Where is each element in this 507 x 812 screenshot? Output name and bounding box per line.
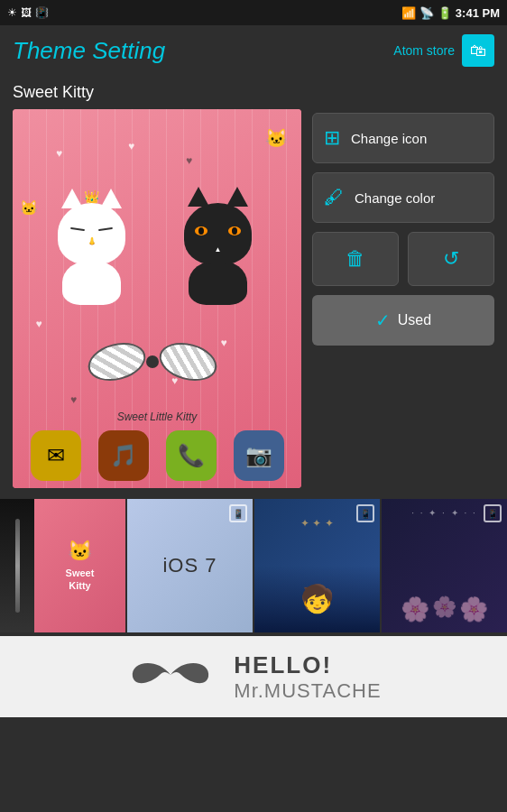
thumbnails-row: 🐱 SweetKitty 📱 iOS 7 📱 🧒 ✦ ✦ ✦ 📱 · · ✦ ·… (0, 499, 507, 632)
black-cat-eye-left (195, 226, 207, 235)
signal-icon: 📡 (419, 6, 434, 20)
heart-decoration: ♥ (70, 393, 77, 406)
preview-image: ♥ ♥ ♥ ♥ ♥ ♥ ♥ ♥ ♥ 🐱 🐱 👑 (13, 109, 301, 488)
heart-decoration: ♥ (56, 147, 62, 160)
white-cat-head: 👃 (58, 203, 125, 264)
app-icons-row: ✉ 🎵 📞 📷 (13, 430, 301, 481)
heart-decoration: ♥ (128, 140, 134, 152)
thumbnail-3[interactable]: 📱 🧒 ✦ ✦ ✦ (254, 499, 380, 632)
thumb4-tree2: 🌸 (432, 595, 456, 623)
app-title: Theme Setting (13, 37, 165, 65)
grid-icon: ⊞ (324, 126, 340, 150)
mail-app-icon: ✉ (31, 430, 81, 481)
refresh-button[interactable]: ↺ (408, 232, 494, 286)
status-right: 📶 📡 🔋 3:41 PM (401, 6, 500, 20)
thumb3-stars: ✦ ✦ ✦ (300, 517, 334, 530)
black-cat: ▲ (175, 190, 261, 305)
vibrate-icon: 📳 (35, 6, 49, 19)
thumb3-phone-overlay: 📱 (356, 504, 374, 522)
change-icon-button[interactable]: ⊞ Change icon (312, 113, 494, 163)
thumb1-dark-strip (0, 499, 34, 632)
thumb1-kitty-bg: 🐱 SweetKitty (34, 499, 125, 632)
right-panel: ⊞ Change icon 🖋 Change color 🗑 ↺ ✓ Used (312, 109, 494, 488)
thumb4-trees: 🌸 🌸 🌸 (382, 595, 507, 623)
wifi-icon: 📶 (401, 6, 416, 20)
white-cat-eye-right (98, 227, 113, 231)
eyedropper-icon: 🖋 (324, 186, 344, 209)
white-cat-nose: 👃 (88, 237, 97, 245)
thumb4-stars: · · ✦ · ✦ · · (382, 508, 507, 518)
white-cat-body (62, 260, 121, 305)
black-cat-ear-right (226, 187, 248, 207)
used-button[interactable]: ✓ Used (312, 295, 494, 346)
header: Theme Setting Atom store 🛍 (0, 25, 507, 76)
thumbnail-4[interactable]: 📱 · · ✦ · ✦ · · 🌸 🌸 🌸 (382, 499, 507, 632)
status-bar: ☀ 🖼 📳 📶 📡 🔋 3:41 PM (0, 0, 507, 25)
thumb4-tree3: 🌸 (459, 595, 488, 623)
black-cat-nose: ▲ (215, 245, 222, 254)
change-icon-label: Change icon (351, 131, 427, 146)
cats-illustration: 👑 👃 (40, 181, 265, 380)
battery-icon: 🔋 (438, 6, 452, 20)
clock: 3:41 PM (456, 6, 500, 20)
bow-center (146, 355, 159, 368)
bow-right (155, 337, 221, 386)
theme-subtitle-text: Sweet Little Kitty (117, 411, 198, 423)
change-color-label: Change color (355, 190, 435, 206)
sun-icon: ☀ (7, 6, 17, 19)
white-cat: 👑 👃 (49, 190, 134, 305)
thumb2-ios-label: iOS 7 (162, 554, 217, 577)
shopping-bag-icon: 🛍 (470, 42, 486, 60)
ad-name-text: Mr.MUSTACHE (234, 679, 381, 703)
heart-decoration: ♥ (186, 154, 192, 167)
store-icon[interactable]: 🛍 (462, 34, 494, 67)
small-cat-icon: 🐱 (265, 127, 288, 149)
theme-name-label: Sweet Kitty (0, 76, 507, 109)
thumbnail-2[interactable]: 📱 iOS 7 (127, 499, 253, 632)
bow-decoration (88, 344, 217, 380)
black-cat-ear-left (188, 187, 209, 207)
mustache-icon (125, 648, 216, 706)
mustache-path (133, 663, 208, 683)
theme-preview: ♥ ♥ ♥ ♥ ♥ ♥ ♥ ♥ ♥ 🐱 🐱 👑 (13, 109, 301, 488)
thumb4-tree1: 🌸 (401, 595, 429, 623)
phone-app-icon: 📞 (166, 430, 217, 481)
white-cat-ear-left (61, 189, 83, 208)
action-row: 🗑 ↺ (312, 232, 494, 286)
ad-hello-text: HELLO! (234, 651, 381, 679)
mustache-svg (125, 648, 216, 697)
status-left-icons: ☀ 🖼 📳 (7, 6, 49, 19)
thumb1-bar (15, 519, 20, 613)
ad-text: HELLO! Mr.MUSTACHE (234, 651, 381, 703)
black-cat-head: ▲ (184, 203, 252, 264)
ad-banner: HELLO! Mr.MUSTACHE (0, 636, 507, 717)
change-color-button[interactable]: 🖋 Change color (312, 172, 494, 223)
small-cat-left-icon: 🐱 (20, 199, 38, 217)
thumb3-figure-icon: 🧒 (300, 583, 334, 614)
delete-button[interactable]: 🗑 (312, 232, 399, 286)
thumbnail-1[interactable]: 🐱 SweetKitty (0, 499, 125, 632)
white-cat-eye-left (70, 227, 85, 231)
image-icon: 🖼 (21, 6, 32, 19)
thumb2-phone-overlay: 📱 (229, 504, 247, 522)
main-content: ♥ ♥ ♥ ♥ ♥ ♥ ♥ ♥ ♥ 🐱 🐱 👑 (0, 109, 507, 488)
header-right[interactable]: Atom store 🛍 (393, 34, 494, 67)
bow-left (84, 337, 150, 386)
black-cat-body (189, 260, 247, 305)
thumb1-label: SweetKitty (66, 567, 95, 593)
trash-icon: 🗑 (346, 247, 365, 271)
camera-app-icon: 📷 (234, 430, 284, 481)
refresh-icon: ↺ (443, 247, 459, 271)
thumb1-cat-icon: 🐱 (68, 540, 92, 563)
check-icon: ✓ (375, 309, 391, 331)
atom-store-link[interactable]: Atom store (393, 43, 455, 58)
music-app-icon: 🎵 (98, 430, 149, 481)
used-label: Used (398, 312, 431, 328)
black-cat-eye-right (228, 226, 241, 235)
white-cat-ear-right (100, 189, 122, 208)
